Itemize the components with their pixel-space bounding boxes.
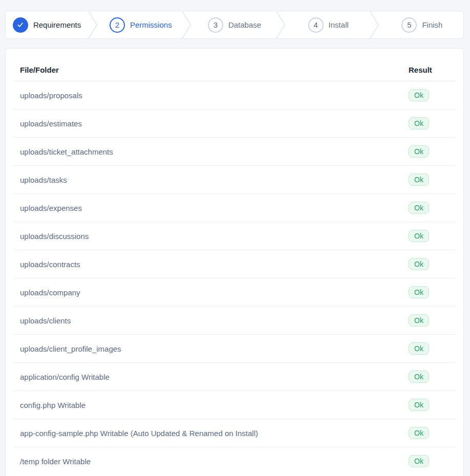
step-number: 3 [213,20,218,29]
column-header-file-folder: File/Folder [14,59,402,81]
result-cell: Ok [402,391,455,419]
wizard-stepper: Requirements 2 Permissions 3 Database 4 … [5,11,464,39]
step-label: Install [329,20,349,29]
status-badge: Ok [409,230,429,242]
result-cell: Ok [402,222,455,250]
table-row: uploads/ticket_attachments Ok [14,138,455,166]
chevron-right-separator-icon [276,11,287,38]
step-requirements[interactable]: Requirements [6,11,88,38]
status-badge: Ok [409,258,429,270]
step-install[interactable]: 4 Install [287,11,370,38]
step-label: Permissions [130,20,172,29]
result-cell: Ok [402,419,455,447]
table-row: uploads/tasks Ok [14,166,455,194]
file-folder-cell: uploads/contracts [14,250,402,278]
result-cell: Ok [402,194,455,222]
file-folder-cell: uploads/estimates [14,110,402,138]
file-folder-cell: uploads/tasks [14,166,402,194]
status-badge: Ok [409,174,429,186]
file-folder-cell: uploads/clients [14,307,402,335]
result-cell: Ok [402,307,455,335]
file-folder-cell: uploads/expenses [14,194,402,222]
step-label: Database [228,20,261,29]
check-icon [16,21,24,29]
status-badge: Ok [409,145,429,158]
permissions-table: File/Folder Result uploads/proposals Ok … [14,59,455,475]
chevron-right-separator-icon [88,11,99,38]
table-row: uploads/company Ok [14,278,455,307]
result-cell: Ok [402,81,455,110]
step-finish[interactable]: 5 Finish [381,11,463,38]
table-row: /temp folder Writable Ok [14,447,455,475]
file-folder-cell: app-config-sample.php Writable (Auto Upd… [14,419,402,447]
step-number: 2 [115,20,119,29]
table-row: application/config Writable Ok [14,363,455,391]
status-badge: Ok [409,427,429,439]
table-row: uploads/clients Ok [14,307,455,335]
status-badge: Ok [409,202,429,214]
table-row: config.php Writable Ok [14,391,455,419]
step-number: 5 [407,20,411,29]
file-folder-cell: uploads/proposals [14,81,402,110]
file-folder-cell: uploads/client_profile_images [14,335,402,363]
result-cell: Ok [402,447,455,475]
file-folder-cell: uploads/ticket_attachments [14,138,402,166]
table-row: uploads/discussions Ok [14,222,455,250]
step-number: 4 [313,20,317,29]
status-badge: Ok [409,399,429,411]
table-header-row: File/Folder Result [14,59,455,81]
chevron-right-separator-icon [370,11,381,38]
step-label: Requirements [33,20,81,29]
file-folder-cell: /temp folder Writable [14,447,402,475]
status-badge: Ok [409,89,429,101]
status-badge: Ok [409,314,429,327]
file-folder-cell: uploads/company [14,278,402,307]
status-badge: Ok [409,455,429,467]
result-cell: Ok [402,110,455,138]
step-permissions[interactable]: 2 Permissions [99,11,182,38]
file-folder-cell: uploads/discussions [14,222,402,250]
result-cell: Ok [402,278,455,307]
step-circle: 4 [308,17,324,33]
step-label: Finish [422,20,442,29]
table-row: uploads/client_profile_images Ok [14,335,455,363]
permissions-card: File/Folder Result uploads/proposals Ok … [5,48,464,476]
step-circle [13,17,28,33]
status-badge: Ok [409,286,429,298]
chevron-right-separator-icon [182,11,193,38]
file-folder-cell: application/config Writable [14,363,402,391]
step-database[interactable]: 3 Database [193,11,275,38]
result-cell: Ok [402,166,455,194]
step-circle: 3 [208,17,223,33]
result-cell: Ok [402,138,455,166]
result-cell: Ok [402,335,455,363]
status-badge: Ok [409,371,429,383]
table-row: uploads/estimates Ok [14,110,455,138]
table-row: uploads/proposals Ok [14,81,455,110]
table-row: app-config-sample.php Writable (Auto Upd… [14,419,455,447]
step-circle: 2 [110,17,125,33]
result-cell: Ok [402,250,455,278]
status-badge: Ok [409,117,429,129]
column-header-result: Result [402,59,455,81]
table-row: uploads/expenses Ok [14,194,455,222]
result-cell: Ok [402,363,455,391]
step-circle: 5 [401,17,417,33]
status-badge: Ok [409,342,429,355]
file-folder-cell: config.php Writable [14,391,402,419]
table-row: uploads/contracts Ok [14,250,455,278]
